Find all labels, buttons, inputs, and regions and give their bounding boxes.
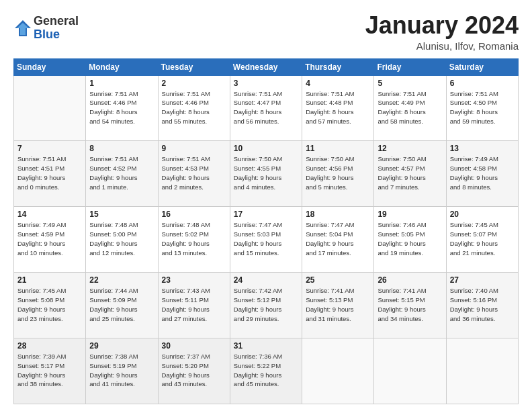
calendar-week-row: 21Sunrise: 7:45 AM Sunset: 5:08 PM Dayli… [14,273,519,338]
day-info: Sunrise: 7:48 AM Sunset: 5:02 PM Dayligh… [162,220,226,257]
table-row [302,338,374,404]
day-number: 19 [378,210,442,219]
table-row: 16Sunrise: 7:48 AM Sunset: 5:02 PM Dayli… [158,207,230,273]
day-number: 21 [17,275,82,285]
logo: General Blue [13,15,79,42]
day-info: Sunrise: 7:39 AM Sunset: 5:17 PM Dayligh… [17,352,82,389]
day-info: Sunrise: 7:41 AM Sunset: 5:13 PM Dayligh… [306,286,370,323]
table-row [14,75,86,141]
day-number: 13 [450,144,515,153]
header-thursday: Thursday [302,58,374,75]
day-info: Sunrise: 7:51 AM Sunset: 4:47 PM Dayligh… [234,89,298,126]
header-tuesday: Tuesday [158,58,230,75]
table-row: 23Sunrise: 7:43 AM Sunset: 5:11 PM Dayli… [158,273,230,338]
day-info: Sunrise: 7:48 AM Sunset: 5:00 PM Dayligh… [89,220,154,257]
day-number: 16 [162,210,226,219]
day-number: 26 [378,275,442,285]
day-number: 20 [450,210,515,219]
table-row: 26Sunrise: 7:41 AM Sunset: 5:15 PM Dayli… [374,273,446,338]
logo-text: General Blue [34,15,79,42]
day-number: 24 [234,275,298,285]
day-info: Sunrise: 7:38 AM Sunset: 5:19 PM Dayligh… [89,352,154,389]
day-number: 1 [89,79,154,88]
day-info: Sunrise: 7:51 AM Sunset: 4:46 PM Dayligh… [162,89,226,126]
calendar-week-row: 7Sunrise: 7:51 AM Sunset: 4:51 PM Daylig… [14,141,519,207]
day-number: 10 [234,144,298,153]
day-number: 8 [89,144,154,153]
day-info: Sunrise: 7:44 AM Sunset: 5:09 PM Dayligh… [89,286,154,323]
day-info: Sunrise: 7:50 AM Sunset: 4:55 PM Dayligh… [234,154,298,191]
day-number: 2 [162,79,226,88]
day-info: Sunrise: 7:51 AM Sunset: 4:49 PM Dayligh… [378,89,442,126]
table-row: 27Sunrise: 7:40 AM Sunset: 5:16 PM Dayli… [446,273,518,338]
day-info: Sunrise: 7:51 AM Sunset: 4:50 PM Dayligh… [450,89,515,126]
table-row: 14Sunrise: 7:49 AM Sunset: 4:59 PM Dayli… [14,207,86,273]
table-row: 2Sunrise: 7:51 AM Sunset: 4:46 PM Daylig… [158,75,230,141]
table-row: 22Sunrise: 7:44 AM Sunset: 5:09 PM Dayli… [86,273,158,338]
table-row: 30Sunrise: 7:37 AM Sunset: 5:20 PM Dayli… [158,338,230,404]
logo-general-text: General [34,15,79,28]
table-row [374,338,446,404]
day-info: Sunrise: 7:49 AM Sunset: 4:59 PM Dayligh… [17,220,82,257]
day-number: 9 [162,144,226,153]
table-row: 28Sunrise: 7:39 AM Sunset: 5:17 PM Dayli… [14,338,86,404]
table-row: 11Sunrise: 7:50 AM Sunset: 4:56 PM Dayli… [302,141,374,207]
day-number: 11 [306,144,370,153]
calendar-week-row: 14Sunrise: 7:49 AM Sunset: 4:59 PM Dayli… [14,207,519,273]
table-row: 4Sunrise: 7:51 AM Sunset: 4:48 PM Daylig… [302,75,374,141]
day-number: 31 [234,341,298,351]
title-month: January 2024 [365,12,519,39]
calendar-table: Sunday Monday Tuesday Wednesday Thursday… [13,58,519,404]
header-wednesday: Wednesday [230,58,302,75]
day-number: 4 [306,79,370,88]
day-info: Sunrise: 7:51 AM Sunset: 4:53 PM Dayligh… [162,154,226,191]
table-row: 29Sunrise: 7:38 AM Sunset: 5:19 PM Dayli… [86,338,158,404]
day-info: Sunrise: 7:41 AM Sunset: 5:15 PM Dayligh… [378,286,442,323]
day-number: 7 [17,144,82,153]
day-number: 14 [17,210,82,219]
table-row: 10Sunrise: 7:50 AM Sunset: 4:55 PM Dayli… [230,141,302,207]
day-number: 30 [162,341,226,351]
table-row: 31Sunrise: 7:36 AM Sunset: 5:22 PM Dayli… [230,338,302,404]
table-row: 20Sunrise: 7:45 AM Sunset: 5:07 PM Dayli… [446,207,518,273]
page: General Blue January 2024 Alunisu, Ilfov… [0,0,532,411]
table-row: 24Sunrise: 7:42 AM Sunset: 5:12 PM Dayli… [230,273,302,338]
day-info: Sunrise: 7:47 AM Sunset: 5:03 PM Dayligh… [234,220,298,257]
table-row: 21Sunrise: 7:45 AM Sunset: 5:08 PM Dayli… [14,273,86,338]
header-sunday: Sunday [14,58,86,75]
table-row: 13Sunrise: 7:49 AM Sunset: 4:58 PM Dayli… [446,141,518,207]
table-row: 7Sunrise: 7:51 AM Sunset: 4:51 PM Daylig… [14,141,86,207]
day-info: Sunrise: 7:47 AM Sunset: 5:04 PM Dayligh… [306,220,370,257]
logo-icon [13,19,32,38]
day-info: Sunrise: 7:42 AM Sunset: 5:12 PM Dayligh… [234,286,298,323]
table-row [446,338,518,404]
calendar-week-row: 1Sunrise: 7:51 AM Sunset: 4:46 PM Daylig… [14,75,519,141]
table-row: 9Sunrise: 7:51 AM Sunset: 4:53 PM Daylig… [158,141,230,207]
day-number: 29 [89,341,154,351]
day-info: Sunrise: 7:51 AM Sunset: 4:46 PM Dayligh… [89,89,154,126]
day-info: Sunrise: 7:46 AM Sunset: 5:05 PM Dayligh… [378,220,442,257]
day-info: Sunrise: 7:50 AM Sunset: 4:56 PM Dayligh… [306,154,370,191]
title-location: Alunisu, Ilfov, Romania [365,40,519,52]
table-row: 19Sunrise: 7:46 AM Sunset: 5:05 PM Dayli… [374,207,446,273]
day-number: 12 [378,144,442,153]
day-number: 5 [378,79,442,88]
header-friday: Friday [374,58,446,75]
table-row: 5Sunrise: 7:51 AM Sunset: 4:49 PM Daylig… [374,75,446,141]
day-info: Sunrise: 7:36 AM Sunset: 5:22 PM Dayligh… [234,352,298,389]
title-block: January 2024 Alunisu, Ilfov, Romania [365,12,519,52]
day-number: 17 [234,210,298,219]
day-info: Sunrise: 7:50 AM Sunset: 4:57 PM Dayligh… [378,154,442,191]
table-row: 17Sunrise: 7:47 AM Sunset: 5:03 PM Dayli… [230,207,302,273]
day-info: Sunrise: 7:49 AM Sunset: 4:58 PM Dayligh… [450,154,515,191]
day-number: 25 [306,275,370,285]
day-info: Sunrise: 7:37 AM Sunset: 5:20 PM Dayligh… [162,352,226,389]
day-number: 6 [450,79,515,88]
logo-blue-text: Blue [34,28,79,42]
table-row: 3Sunrise: 7:51 AM Sunset: 4:47 PM Daylig… [230,75,302,141]
table-row: 1Sunrise: 7:51 AM Sunset: 4:46 PM Daylig… [86,75,158,141]
day-number: 3 [234,79,298,88]
calendar-header-row: Sunday Monday Tuesday Wednesday Thursday… [14,58,519,75]
header: General Blue January 2024 Alunisu, Ilfov… [13,12,519,52]
day-info: Sunrise: 7:43 AM Sunset: 5:11 PM Dayligh… [162,286,226,323]
